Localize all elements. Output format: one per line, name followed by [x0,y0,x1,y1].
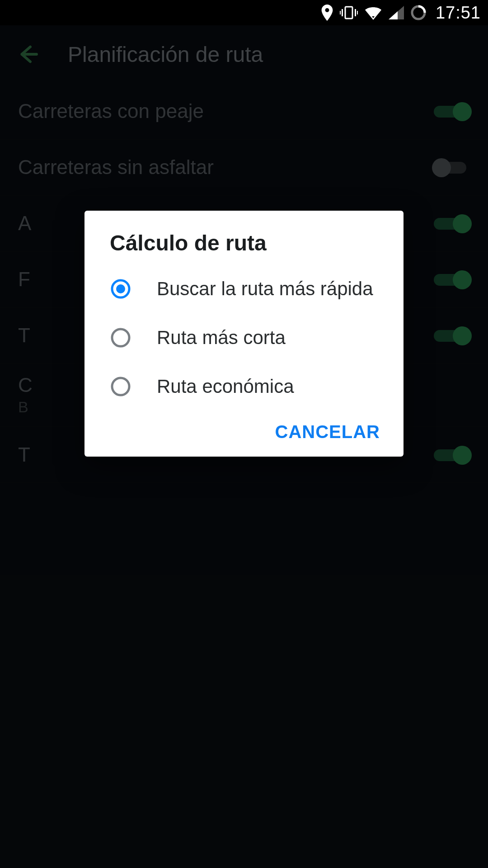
svg-point-7 [116,284,125,293]
dialog-title: Cálculo de ruta [84,231,404,264]
radio-label: Buscar la ruta más rápida [157,278,373,300]
status-bar: 17:51 [0,0,488,25]
radio-label: Ruta más corta [157,327,286,349]
cellular-icon [389,6,404,19]
radio-unselected-icon [110,376,131,397]
radio-option-economic[interactable]: Ruta económica [84,362,404,411]
svg-rect-3 [340,11,341,14]
location-icon [321,5,333,21]
radio-option-shortest[interactable]: Ruta más corta [84,313,404,362]
dialog-actions: CANCELAR [84,411,404,448]
radio-selected-icon [110,278,131,300]
svg-rect-2 [355,9,356,16]
wifi-icon [364,5,382,20]
vibrate-icon [340,6,358,19]
clock: 17:51 [436,3,481,23]
svg-point-9 [112,378,129,395]
radio-unselected-icon [110,327,131,349]
cancel-button[interactable]: CANCELAR [275,422,380,442]
radio-option-fastest[interactable]: Buscar la ruta más rápida [84,264,404,313]
svg-rect-1 [342,9,343,16]
data-saver-icon [410,5,427,21]
svg-rect-4 [357,11,358,14]
modal-scrim[interactable]: Cálculo de ruta Buscar la ruta más rápid… [0,25,488,868]
svg-rect-0 [345,7,352,19]
route-calculation-dialog: Cálculo de ruta Buscar la ruta más rápid… [84,211,404,457]
radio-label: Ruta económica [157,376,294,397]
svg-point-8 [112,329,129,346]
